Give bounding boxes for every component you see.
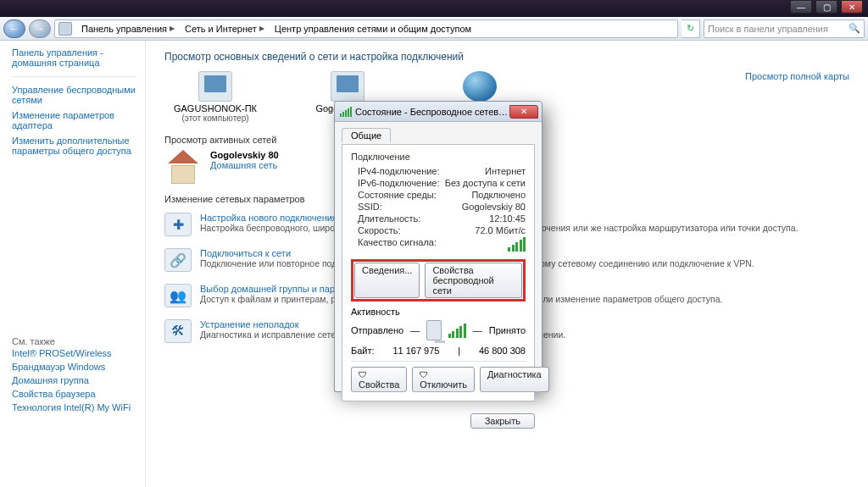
signal-icon xyxy=(340,107,352,117)
close-button[interactable]: Закрыть xyxy=(470,413,535,429)
refresh-icon: ↻ xyxy=(687,23,694,34)
bytes-label: Байт: xyxy=(351,346,375,356)
properties-button[interactable]: Свойства xyxy=(351,367,407,392)
ssid-label: SSID: xyxy=(358,202,382,212)
map-node-this-pc[interactable]: GAGUSHONOK-ПК (этот компьютер) xyxy=(164,71,266,123)
search-placeholder: Поиск в панели управления xyxy=(708,24,828,34)
signal-bars-icon xyxy=(448,324,466,338)
map-node-sublabel: (этот компьютер) xyxy=(164,113,266,123)
disable-button[interactable]: Отключить xyxy=(412,367,475,392)
breadcrumb-bar[interactable]: Панель управления▶ Сеть и Интернет▶ Цент… xyxy=(54,19,678,38)
nav-forward-button[interactable]: → xyxy=(29,19,51,38)
details-button[interactable]: Сведения... xyxy=(354,263,420,298)
router-icon xyxy=(331,71,364,102)
sidebar-item-adapter[interactable]: Изменение параметров адаптера xyxy=(12,108,136,133)
breadcrumb[interactable]: Панель управления▶ xyxy=(78,20,178,37)
see-also-link[interactable]: Домашняя группа xyxy=(12,374,136,387)
activity-visualization: Отправлено — — Принято xyxy=(351,320,526,340)
signal-quality-label: Качество сигнала: xyxy=(358,237,437,253)
chevron-right-icon: ▶ xyxy=(170,25,175,32)
ipv4-value: Интернет xyxy=(485,166,526,176)
computer-icon xyxy=(198,71,232,102)
media-label: Состояние среды: xyxy=(358,190,437,200)
received-label: Принято xyxy=(489,325,526,335)
troubleshoot-icon: 🛠 xyxy=(164,319,192,343)
wireless-status-dialog: Состояние - Беспроводное сетевое соедине… xyxy=(334,101,542,392)
duration-value: 12:10:45 xyxy=(489,213,526,224)
search-icon: 🔍 xyxy=(849,23,860,34)
arrow-right-icon: → xyxy=(35,23,45,35)
window-maximize-button[interactable]: ▢ xyxy=(815,0,837,14)
network-type-link[interactable]: Домашняя сеть xyxy=(210,160,279,170)
sidebar-home-link[interactable]: Панель управления - домашняя страница xyxy=(12,47,136,68)
refresh-button[interactable]: ↻ xyxy=(682,19,700,38)
window-close-button[interactable]: ✕ xyxy=(841,0,863,14)
bytes-sent-value: 11 167 975 xyxy=(392,346,439,356)
speed-label: Скорость: xyxy=(358,225,401,235)
ipv6-label: IPv6-подключение: xyxy=(358,178,440,188)
control-panel-icon xyxy=(58,22,72,36)
ipv4-label: IPv4-подключение: xyxy=(358,166,440,176)
tab-general[interactable]: Общие xyxy=(342,128,391,142)
homegroup-icon: 👥 xyxy=(164,284,192,307)
tab-page: Подключение IPv4-подключение:Интернет IP… xyxy=(342,144,535,401)
signal-quality-value xyxy=(508,237,526,253)
divider xyxy=(12,76,136,77)
diagnose-button[interactable]: Диагностика xyxy=(480,367,549,392)
search-input[interactable]: Поиск в панели управления 🔍 xyxy=(704,19,865,38)
sidebar: Панель управления - домашняя страница Уп… xyxy=(0,41,146,487)
sent-label: Отправлено xyxy=(351,325,403,335)
network-name: Gogolevskiy 80 xyxy=(210,150,279,160)
see-also-link[interactable]: Технология Intel(R) My WiFi xyxy=(12,401,136,414)
page-title: Просмотр основных сведений о сети и наст… xyxy=(164,51,849,63)
window-minimize-button[interactable]: — xyxy=(790,0,812,14)
sidebar-item-sharing[interactable]: Изменить дополнительные параметры общего… xyxy=(12,133,136,158)
connection-group-label: Подключение xyxy=(351,152,526,162)
breadcrumb[interactable]: Сеть и Интернет▶ xyxy=(181,20,268,37)
wireless-properties-button[interactable]: Свойства беспроводной сети xyxy=(425,263,522,298)
chevron-right-icon: ▶ xyxy=(259,25,264,32)
media-value: Подключено xyxy=(471,190,526,200)
map-node-label: GAGUSHONOK-ПК xyxy=(164,103,266,113)
nav-back-button[interactable]: ← xyxy=(3,19,25,38)
globe-icon xyxy=(463,71,497,102)
speed-value: 72.0 Мбит/с xyxy=(475,225,526,235)
monitor-icon xyxy=(426,320,442,340)
address-toolbar: ← → Панель управления▶ Сеть и Интернет▶ … xyxy=(0,17,868,41)
breadcrumb[interactable]: Центр управления сетями и общим доступом xyxy=(271,20,475,37)
duration-label: Длительность: xyxy=(358,213,420,224)
see-also-link[interactable]: Брандмауэр Windows xyxy=(12,360,136,374)
see-also-link[interactable]: Intel® PROSet/Wireless xyxy=(12,346,136,360)
signal-bars-icon xyxy=(508,237,526,252)
activity-group-label: Активность xyxy=(351,307,526,317)
ssid-value: Gogolevskiy 80 xyxy=(462,202,526,212)
divider xyxy=(351,361,526,362)
new-connection-icon: ✚ xyxy=(164,213,192,236)
arrow-left-icon: ← xyxy=(9,23,19,35)
tab-strip: Общие xyxy=(342,127,535,144)
highlight-box: Сведения... Свойства беспроводной сети xyxy=(351,259,526,302)
dialog-close-button[interactable]: ✕ xyxy=(509,105,538,119)
os-titlebar: — ▢ ✕ xyxy=(0,0,868,17)
dialog-titlebar[interactable]: Состояние - Беспроводное сетевое соедине… xyxy=(335,102,542,122)
bytes-received-value: 46 800 308 xyxy=(479,346,526,356)
dialog-title: Состояние - Беспроводное сетевое соедине… xyxy=(355,107,509,117)
see-also-label: См. также xyxy=(12,336,136,346)
sidebar-item-wireless[interactable]: Управление беспроводными сетями xyxy=(12,82,136,108)
connect-icon: 🔗 xyxy=(164,248,192,272)
house-icon xyxy=(164,150,202,184)
see-also-link[interactable]: Свойства браузера xyxy=(12,387,136,401)
ipv6-value: Без доступа к сети xyxy=(445,178,526,188)
view-full-map-link[interactable]: Просмотр полной карты xyxy=(745,71,849,128)
